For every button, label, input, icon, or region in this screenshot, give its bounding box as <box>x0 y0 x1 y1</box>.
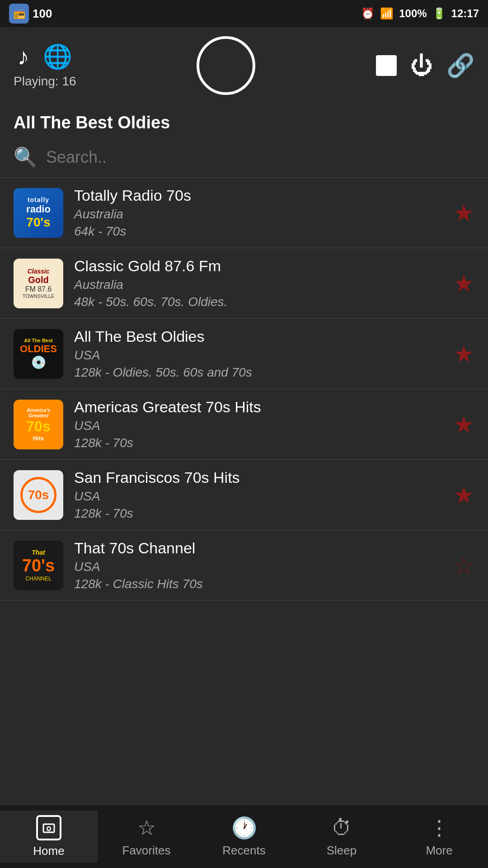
player-left-section: ♪ 🌐 Playing: 16 <box>14 43 76 89</box>
station-logo-oldies: All The Best OLDIES 💿 <box>14 329 63 379</box>
nav-item-sleep[interactable]: ⏱ Sleep <box>293 816 390 858</box>
search-icon: 🔍 <box>14 146 37 168</box>
pause-button[interactable] <box>197 36 255 95</box>
station-item[interactable]: All The Best OLDIES 💿 All The Best Oldie… <box>0 319 488 389</box>
favorite-star[interactable]: ★ <box>453 270 474 297</box>
station-item[interactable]: That 70's CHANNEL That 70s Channel USA 1… <box>0 530 488 601</box>
player-controls-row: ♪ 🌐 Playing: 16 ⏻ 🔗 <box>14 36 474 95</box>
favorite-star[interactable]: ★ <box>453 199 474 226</box>
search-bar: 🔍 <box>0 142 488 177</box>
station-item[interactable]: Classic Gold FM 87.6 TOWNSVILLE Classic … <box>0 248 488 319</box>
favorite-star[interactable]: ★ <box>453 481 474 509</box>
station-country: Australia <box>74 207 444 222</box>
nav-item-favorites[interactable]: ☆ Favorites <box>98 816 195 858</box>
nav-label-recents: Recents <box>222 844 265 858</box>
svg-rect-0 <box>43 824 54 832</box>
station-details: 48k - 50s. 60s. 70s. Oldies. <box>74 295 444 309</box>
station-name: San Franciscos 70s Hits <box>74 469 444 486</box>
more-icon: ⋮ <box>429 816 450 840</box>
nav-label-favorites: Favorites <box>122 844 171 858</box>
favorite-star[interactable]: ★ <box>453 340 474 368</box>
nav-item-more[interactable]: ⋮ More <box>390 816 488 858</box>
power-button[interactable]: ⏻ <box>410 52 433 79</box>
favorite-star[interactable]: ☆ <box>453 552 474 579</box>
station-logo-totally-radio: totally radio 70's <box>14 188 63 238</box>
station-name: Totally Radio 70s <box>74 187 444 204</box>
nav-item-recents[interactable]: 🕐 Recents <box>195 816 293 858</box>
station-item[interactable]: 70s San Franciscos 70s Hits USA 128k - 7… <box>0 460 488 530</box>
station-country: USA <box>74 419 444 433</box>
station-name: Americas Greatest 70s Hits <box>74 398 444 416</box>
battery-icon: 🔋 <box>432 7 446 20</box>
favorite-star[interactable]: ★ <box>453 411 474 438</box>
station-details: 64k - 70s <box>74 224 444 239</box>
station-logo-that70s: That 70's CHANNEL <box>14 541 63 590</box>
station-country: USA <box>74 489 444 504</box>
favorites-icon: ☆ <box>137 816 156 840</box>
station-info: That 70s Channel USA 128k - Classic Hits… <box>74 539 444 591</box>
station-name: All The Best Oldies <box>74 328 444 345</box>
station-info: San Franciscos 70s Hits USA 128k - 70s <box>74 469 444 521</box>
battery-percent: 100% <box>399 7 427 20</box>
station-details: 128k - Classic Hits 70s <box>74 577 444 591</box>
station-info: Americas Greatest 70s Hits USA 128k - 70… <box>74 398 444 450</box>
bottom-nav: Home ☆ Favorites 🕐 Recents ⏱ Sleep ⋮ Mor… <box>0 805 488 868</box>
station-name: That 70s Channel <box>74 539 444 557</box>
station-details: 128k - Oldies. 50s. 60s and 70s <box>74 365 444 380</box>
music-note-icon[interactable]: ♪ <box>18 43 29 70</box>
station-country: USA <box>74 348 444 363</box>
stop-button[interactable] <box>376 55 397 76</box>
globe-icon[interactable]: 🌐 <box>43 43 72 71</box>
station-item[interactable]: America's Greatest 70s Hits Americas Gre… <box>0 389 488 460</box>
search-input[interactable] <box>46 148 474 167</box>
station-item[interactable]: totally radio 70's Totally Radio 70s Aus… <box>0 178 488 248</box>
status-bar-left: 📻 100 <box>9 4 52 24</box>
player-header: ♪ 🌐 Playing: 16 ⏻ 🔗 <box>0 27 488 108</box>
app-icon: 📻 <box>9 4 29 24</box>
recents-icon: 🕐 <box>231 816 257 840</box>
nav-label-more: More <box>426 844 452 858</box>
station-info: All The Best Oldies USA 128k - Oldies. 5… <box>74 328 444 380</box>
station-logo-classic-gold: Classic Gold FM 87.6 TOWNSVILLE <box>14 259 63 308</box>
station-logo-sf: 70s <box>14 470 63 520</box>
station-logo-americas: America's Greatest 70s Hits <box>14 400 63 449</box>
svg-point-1 <box>47 827 51 830</box>
sleep-icon: ⏱ <box>331 816 352 840</box>
station-info: Classic Gold 87.6 Fm Australia 48k - 50s… <box>74 257 444 309</box>
station-country: USA <box>74 560 444 574</box>
station-country: Australia <box>74 278 444 292</box>
player-left-icons-row: ♪ 🌐 <box>18 43 72 71</box>
alarm-icon: ⏰ <box>361 7 375 20</box>
nav-item-home[interactable]: Home <box>0 811 98 863</box>
station-details: 128k - 70s <box>74 436 444 450</box>
status-bar-app-number: 100 <box>33 7 52 21</box>
station-details: 128k - 70s <box>74 506 444 521</box>
clock-time: 12:17 <box>451 7 479 20</box>
status-bar: 📻 100 ⏰ 📶 100% 🔋 12:17 <box>0 0 488 27</box>
nav-label-sleep: Sleep <box>327 844 357 858</box>
station-name: Classic Gold 87.6 Fm <box>74 257 444 275</box>
status-bar-right: ⏰ 📶 100% 🔋 12:17 <box>361 7 479 20</box>
nav-label-home: Home <box>33 844 64 858</box>
share-button[interactable]: 🔗 <box>446 52 474 79</box>
player-right-icons: ⏻ 🔗 <box>376 52 474 79</box>
playing-text: Playing: 16 <box>14 74 76 89</box>
wifi-icon: 📶 <box>380 7 394 20</box>
station-info: Totally Radio 70s Australia 64k - 70s <box>74 187 444 239</box>
home-icon <box>36 815 61 840</box>
now-playing-title: All The Best Oldies <box>0 108 488 142</box>
station-list: totally radio 70's Totally Radio 70s Aus… <box>0 178 488 601</box>
